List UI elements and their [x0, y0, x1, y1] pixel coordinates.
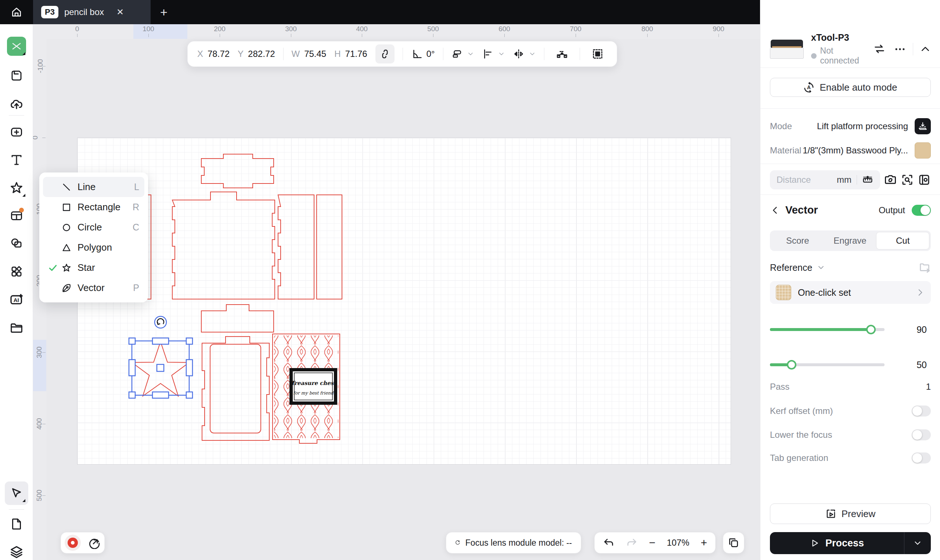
lift-platform-icon[interactable]	[915, 118, 931, 134]
record-button[interactable]	[65, 535, 81, 551]
speed-slider-thumb[interactable]	[787, 360, 796, 369]
rectangle-icon	[61, 202, 72, 212]
pass-value[interactable]: 1	[926, 382, 931, 392]
power-slider[interactable]	[770, 328, 884, 331]
selection-box[interactable]	[129, 338, 193, 398]
camera-refresh-icon[interactable]	[884, 173, 897, 186]
fill-stroke-icon	[592, 48, 604, 60]
angle-value[interactable]: 0°	[426, 49, 435, 59]
kerf-offset-toggle[interactable]	[912, 406, 931, 417]
text-tool-button[interactable]	[5, 148, 28, 172]
align-dropdown[interactable]	[482, 48, 505, 60]
shape-tool-button[interactable]	[5, 176, 28, 200]
menu-item-polygon[interactable]: Polygon	[43, 237, 144, 258]
switch-device-icon[interactable]	[873, 43, 886, 55]
auto-mode-icon: A	[803, 82, 814, 93]
left-sidebar: AI	[0, 24, 33, 560]
layers-button[interactable]	[5, 540, 28, 560]
chevron-down-icon	[467, 50, 474, 58]
redo-icon[interactable]	[626, 537, 638, 549]
rotation-field[interactable]: 0°	[411, 48, 435, 60]
menu-item-vector[interactable]: Vector P	[43, 278, 144, 298]
polygon-icon	[61, 243, 72, 253]
measure-icon[interactable]	[862, 174, 873, 185]
rotate-handle[interactable]	[154, 316, 167, 328]
zoom-in-button[interactable]: +	[701, 537, 707, 548]
new-tab-button[interactable]: +	[160, 5, 168, 20]
focus-status[interactable]: Focus lens module model: --	[446, 532, 581, 553]
menu-item-star[interactable]: Star	[43, 258, 144, 278]
fill-stroke-button[interactable]	[588, 45, 607, 63]
enable-auto-mode-button[interactable]: A Enable auto mode	[770, 78, 931, 97]
power-value[interactable]: 90	[917, 325, 927, 335]
x-value[interactable]: 78.72	[208, 49, 230, 59]
output-label: Output	[879, 205, 905, 215]
one-click-set-row[interactable]: One-click set	[770, 281, 931, 304]
chevron-down-icon	[913, 538, 922, 548]
height-field[interactable]: H 71.76	[334, 49, 367, 59]
chevron-down-icon[interactable]	[817, 263, 826, 272]
material-row[interactable]: Material 1/8"(3mm) Basswood Ply...	[770, 142, 931, 158]
distance-input[interactable]	[776, 175, 832, 185]
share-icon[interactable]	[88, 537, 101, 549]
save-button[interactable]	[5, 64, 28, 87]
preview-button[interactable]: Preview	[770, 503, 931, 524]
mode-row[interactable]: Mode Lift platform processing	[770, 118, 931, 134]
x-position-field[interactable]: X 78.72	[197, 49, 230, 59]
boolean-shapes-button[interactable]	[5, 232, 28, 255]
output-toggle[interactable]	[912, 205, 931, 216]
lower-focus-toggle[interactable]	[912, 429, 931, 440]
process-options-button[interactable]	[904, 538, 931, 548]
tab-score[interactable]: Score	[772, 232, 824, 249]
export-settings-icon[interactable]	[918, 261, 931, 274]
process-button[interactable]: Process	[770, 532, 931, 554]
app-menu-button[interactable]	[5, 34, 28, 58]
tab-close-icon[interactable]: ✕	[116, 7, 124, 17]
zoom-level[interactable]: 107%	[667, 538, 689, 548]
arrange-dropdown[interactable]	[451, 48, 474, 60]
speed-value[interactable]: 50	[917, 360, 927, 370]
width-field[interactable]: W 75.45	[292, 49, 327, 59]
undo-icon[interactable]	[603, 537, 614, 549]
back-icon[interactable]	[770, 205, 780, 215]
y-position-field[interactable]: Y 282.72	[238, 49, 275, 59]
distance-input-group[interactable]: mm	[770, 170, 880, 189]
material-swatch[interactable]	[915, 142, 931, 158]
tab-generation-toggle[interactable]	[912, 452, 931, 463]
ai-image-button[interactable]: AI	[5, 288, 28, 311]
tab-engrave[interactable]: Engrave	[824, 232, 877, 249]
frame-preview-icon[interactable]	[918, 173, 931, 186]
focus-scan-icon[interactable]	[901, 173, 914, 186]
duplicate-button[interactable]	[723, 532, 744, 553]
engraving-label[interactable]: Treasure chest for my best friend	[289, 368, 337, 405]
more-options-icon[interactable]	[894, 43, 906, 55]
refresh-icon[interactable]	[455, 537, 460, 548]
h-value[interactable]: 71.76	[345, 49, 367, 59]
tab-cut[interactable]: Cut	[876, 232, 929, 249]
apps-button[interactable]	[5, 260, 28, 283]
collapse-panel-icon[interactable]	[920, 44, 931, 55]
select-tool-button[interactable]	[5, 482, 28, 505]
cloud-upload-button[interactable]	[5, 92, 28, 115]
insert-shape-button[interactable]	[5, 120, 28, 144]
canvas-artwork[interactable]: Treasure chest for my best friend	[77, 138, 731, 465]
document-tab[interactable]: P3 pencil box ✕	[33, 0, 151, 24]
lock-ratio-button[interactable]	[375, 45, 395, 63]
mode-value[interactable]: Lift platform processing	[817, 121, 908, 131]
menu-item-line[interactable]: Line L	[43, 177, 144, 197]
zoom-out-button[interactable]: −	[649, 537, 656, 548]
flip-dropdown[interactable]	[513, 48, 536, 60]
menu-item-rectangle[interactable]: Rectangle R	[43, 197, 144, 217]
w-value[interactable]: 75.45	[304, 49, 326, 59]
templates-button[interactable]	[5, 204, 28, 228]
home-button[interactable]	[0, 0, 33, 24]
svg-text:A: A	[807, 85, 811, 90]
y-value[interactable]: 282.72	[248, 49, 275, 59]
material-value[interactable]: 1/8"(3mm) Basswood Ply...	[803, 145, 908, 155]
edit-nodes-button[interactable]	[553, 45, 571, 63]
speed-slider[interactable]	[770, 363, 884, 366]
projects-button[interactable]	[5, 316, 28, 340]
menu-item-circle[interactable]: Circle C	[43, 217, 144, 237]
page-button[interactable]	[5, 512, 28, 536]
power-slider-thumb[interactable]	[866, 325, 876, 334]
